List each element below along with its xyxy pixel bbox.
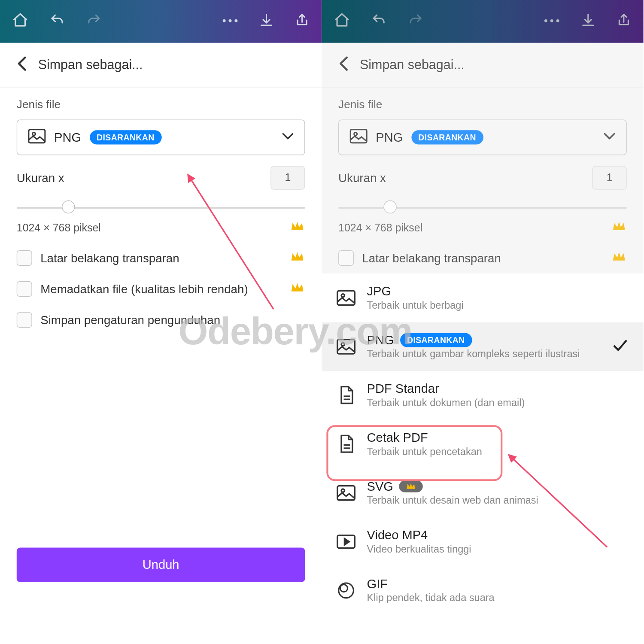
transparent-bg-checkbox (338, 250, 354, 266)
compress-checkbox[interactable] (17, 281, 32, 297)
svg-rect-9 (350, 130, 367, 143)
redo-icon[interactable] (85, 12, 102, 30)
share-icon[interactable] (295, 12, 310, 30)
download-icon[interactable] (258, 12, 274, 30)
chevron-down-icon (604, 132, 616, 143)
download-icon (580, 12, 596, 30)
option-subtitle: Terbaik untuk pencetakan (367, 446, 629, 458)
image-icon (336, 338, 356, 355)
svg-point-10 (354, 133, 357, 136)
format-option-mp4[interactable]: Video MP4 Video berkualitas tinggi (322, 517, 643, 566)
file-type-select: PNG DISARANKAN (338, 119, 627, 155)
back-icon[interactable] (17, 56, 27, 74)
transparent-bg-label: Latar belakang transparan (362, 251, 603, 265)
slider-thumb[interactable] (62, 200, 75, 213)
option-title: Video MP4 (367, 528, 428, 542)
pixel-dimensions: 1024 × 768 piksel (17, 222, 101, 234)
file-type-select[interactable]: PNG DISARANKAN (17, 119, 305, 155)
format-option-svg[interactable]: SVG Terbaik untuk desain web dan animasi (322, 468, 643, 517)
svg-point-0 (223, 19, 226, 22)
share-icon (616, 12, 632, 30)
svg-rect-3 (29, 130, 45, 143)
crown-icon (611, 221, 627, 235)
top-toolbar (0, 0, 322, 43)
option-subtitle: Terbaik untuk dokumen (dan email) (367, 397, 629, 409)
play-icon (336, 534, 356, 550)
more-icon (544, 16, 560, 27)
selected-format: PNG (54, 130, 81, 144)
home-icon (334, 12, 350, 31)
image-icon (336, 289, 356, 306)
transparent-bg-label: Latar belakang transparan (40, 251, 281, 265)
size-input[interactable] (270, 166, 305, 189)
document-icon (336, 386, 356, 405)
format-option-pdf-standard[interactable]: PDF Standar Terbaik untuk dokumen (dan e… (322, 371, 643, 420)
size-input (592, 166, 626, 189)
undo-icon[interactable] (49, 12, 66, 30)
slider-thumb (384, 200, 397, 213)
svg-point-14 (341, 343, 344, 346)
redo-icon (407, 12, 424, 30)
format-sheet: JPG Terbaik untuk berbagi PNG DISARANKAN… (322, 273, 643, 610)
right-pane: Simpan sebagai... Jenis file PNG DISARAN… (322, 0, 643, 610)
save-settings-checkbox[interactable] (17, 312, 32, 328)
svg-point-8 (556, 19, 559, 22)
option-title: SVG (367, 479, 393, 493)
premium-badge (399, 480, 423, 492)
transparent-bg-checkbox[interactable] (17, 250, 32, 266)
svg-rect-11 (337, 291, 355, 305)
svg-rect-13 (337, 340, 355, 354)
format-option-cetak-pdf[interactable]: Cetak PDF Terbaik untuk pencetakan (322, 420, 643, 469)
undo-icon (371, 12, 387, 30)
image-icon (336, 485, 356, 501)
file-type-label: Jenis file (338, 98, 627, 111)
svg-point-2 (234, 19, 237, 22)
home-icon[interactable] (12, 12, 29, 31)
download-button[interactable]: Unduh (17, 548, 305, 582)
panel-title: Simpan sebagai... (38, 57, 143, 73)
selected-format: PNG (376, 130, 403, 144)
svg-point-7 (550, 19, 553, 22)
size-slider (338, 200, 627, 216)
size-slider[interactable] (17, 200, 305, 216)
crown-icon (289, 282, 305, 296)
document-icon (336, 434, 356, 453)
svg-point-12 (341, 294, 344, 297)
option-title: PDF Standar (367, 382, 439, 396)
option-subtitle: Video berkualitas tinggi (367, 544, 629, 556)
panel-title: Simpan sebagai... (360, 57, 465, 73)
image-icon (28, 128, 46, 146)
chevron-down-icon (282, 132, 294, 143)
check-icon (613, 339, 628, 354)
size-label: Ukuran x (338, 171, 386, 185)
option-subtitle: Terbaik untuk desain web dan animasi (367, 495, 629, 507)
option-title: JPG (367, 284, 392, 298)
option-subtitle: Terbaik untuk gambar kompleks seperti il… (367, 349, 629, 361)
panel-header: Simpan sebagai... (0, 43, 322, 88)
recommended-badge: DISARANKAN (411, 130, 483, 144)
svg-rect-15 (337, 486, 355, 500)
more-icon[interactable] (222, 16, 239, 27)
option-title: Cetak PDF (367, 431, 428, 445)
option-subtitle: Klip pendek, tidak ada suara (367, 592, 629, 604)
svg-point-16 (341, 489, 344, 492)
format-option-png[interactable]: PNG DISARANKAN Terbaik untuk gambar komp… (322, 322, 643, 371)
crown-icon (289, 221, 305, 235)
pixel-dimensions: 1024 × 768 piksel (338, 222, 422, 234)
svg-point-19 (340, 584, 347, 592)
recommended-badge: DISARANKAN (89, 130, 161, 144)
svg-point-4 (32, 133, 35, 136)
top-toolbar (322, 0, 643, 43)
svg-point-1 (229, 19, 232, 22)
left-pane: Simpan sebagai... Jenis file PNG DISARAN… (0, 0, 322, 610)
recommended-badge: DISARANKAN (400, 333, 472, 347)
crown-icon (289, 251, 305, 265)
option-title: GIF (367, 577, 388, 591)
format-option-gif[interactable]: GIF Klip pendek, tidak ada suara (322, 566, 643, 615)
size-label: Ukuran x (17, 171, 64, 185)
format-option-jpg[interactable]: JPG Terbaik untuk berbagi (322, 273, 643, 322)
compress-label: Memadatkan file (kualitas lebih rendah) (40, 282, 281, 296)
panel-header: Simpan sebagai... (322, 43, 643, 88)
option-title: PNG (367, 333, 394, 347)
image-icon (349, 128, 368, 146)
